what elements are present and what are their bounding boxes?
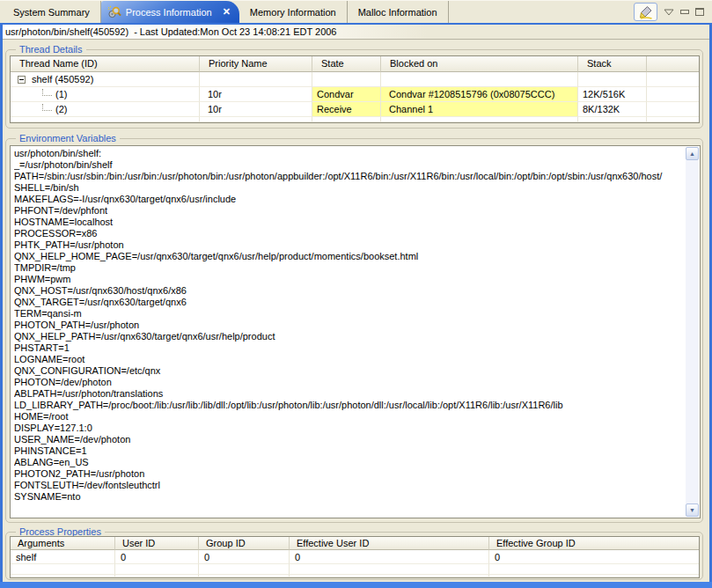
tree-collapse-icon[interactable]	[18, 76, 26, 84]
effective-user-id-cell: 0	[290, 550, 489, 564]
column-header-group-id[interactable]: Group ID	[199, 537, 290, 550]
env-line: SYSNAME=nto	[14, 491, 684, 503]
table-row-empty	[11, 117, 699, 122]
minimize-icon[interactable]	[680, 10, 689, 14]
env-line: PHOTON=/dev/photon	[14, 377, 684, 388]
view-status-title: usr/photon/bin/shelf(450592) - Last Upda…	[3, 25, 709, 40]
tree-elbow-icon	[42, 104, 52, 111]
env-line: DISPLAY=127.1:0	[14, 423, 684, 434]
env-line: SHELL=/bin/sh	[14, 182, 684, 194]
env-line: QNX_HOST=/usr/qnx630/host/qnx6/x86	[14, 285, 684, 297]
env-line: PHOTON2_PATH=/usr/photon	[14, 468, 684, 480]
log-pen-button[interactable]	[634, 3, 657, 21]
effective-group-id-cell: 0	[489, 550, 699, 564]
env-line: PHOTON_PATH=/usr/photon	[14, 320, 684, 331]
env-line: LD_LIBRARY_PATH=/proc/boot:/lib:/usr/lib…	[14, 400, 684, 411]
env-line: QNX_TARGET=/usr/qnx630/target/qnx6	[14, 297, 684, 308]
arguments-cell: shelf	[11, 550, 115, 564]
env-line: HOSTNAME=localhost	[14, 217, 684, 228]
env-line: PROCESSOR=x86	[14, 228, 684, 239]
thread-details-group: Thread Details Thread Name (ID) Priority…	[5, 49, 703, 129]
state-cell: Receive	[312, 102, 381, 117]
env-line: MAKEFLAGS=-I/usr/qnx630/target/qnx6/usr/…	[14, 194, 684, 205]
highlighter-pen-icon	[639, 5, 653, 19]
env-line: HOME=/root	[14, 411, 684, 423]
env-list: usr/photon/bin/shelf:_=/usr/photon/bin/s…	[14, 148, 684, 516]
group-id-cell: 0	[199, 550, 290, 564]
thread-details-table: Thread Name (ID) Priority Name State Blo…	[10, 55, 700, 123]
close-icon[interactable]: ✕	[223, 6, 231, 18]
scroll-up-icon[interactable]: ▲	[686, 147, 699, 160]
env-line: QNX_CONFIGURATION=/etc/qnx	[14, 365, 684, 377]
maximize-icon[interactable]	[695, 8, 704, 16]
scroll-down-icon[interactable]: ▼	[686, 503, 699, 517]
tab-bar: System Summary Process Information ✕ Mem…	[0, 0, 712, 23]
env-line: ABLANG=en_US	[14, 457, 684, 468]
tab-memory-information[interactable]: Memory Information	[239, 1, 348, 23]
tree-elbow-icon	[42, 89, 52, 96]
stack-cell: 12K/516K	[578, 87, 647, 102]
blocked-on-cell: Channel 1	[381, 102, 578, 117]
env-line: ABLPATH=/usr/photon/translations	[14, 388, 684, 400]
thread-name: shelf (450592)	[32, 74, 93, 85]
tab-label: Process Information	[126, 7, 212, 18]
column-header-stack[interactable]: Stack	[578, 56, 647, 72]
process-information-view: System Summary Process Information ✕ Mem…	[0, 0, 712, 588]
env-line: PHTK_PATH=/usr/photon	[14, 239, 684, 251]
column-header-priority[interactable]: Priority Name	[200, 56, 312, 72]
tab-label: System Summary	[13, 7, 90, 18]
column-header-effective-group-id[interactable]: Effective Group ID	[489, 537, 699, 550]
priority-cell: 10r	[200, 87, 312, 102]
env-line: TMPDIR=/tmp	[14, 262, 684, 274]
table-row-thread-1[interactable]: (1) 10r Condvar Condvar #1208515796 (0x0…	[11, 87, 699, 102]
tab-malloc-information[interactable]: Malloc Information	[348, 1, 449, 23]
env-line: TERM=qansi-m	[14, 308, 684, 320]
column-header-user-id[interactable]: User ID	[115, 537, 199, 550]
env-line: PHFONT=/dev/phfont	[14, 205, 684, 217]
table-row-process[interactable]: shelf 0 0 0 0	[11, 550, 699, 564]
env-line: PHSTART=1	[14, 342, 684, 354]
env-line: PHINSTANCE=1	[14, 445, 684, 457]
env-line: QNX_HELP_HOME_PAGE=/usr/qnx630/target/qn…	[14, 251, 684, 262]
env-line: LOGNAME=root	[14, 354, 684, 365]
column-header-blocked-on[interactable]: Blocked on	[381, 56, 578, 72]
thread-name: (1)	[55, 89, 67, 99]
env-line: USER_NAME=/dev/photon	[14, 434, 684, 445]
process-magnifier-icon	[107, 5, 121, 19]
env-line: PATH=/sbin:/usr/sbin:/bin:/usr/bin:/usr/…	[14, 171, 684, 182]
env-line: FONTSLEUTH=/dev/fontsleuthctrl	[14, 480, 684, 491]
user-id-cell: 0	[115, 550, 199, 564]
env-line: QNX_HELP_PATH=/usr/qnx630/target/qnx6/us…	[14, 331, 684, 342]
column-header-thread-name[interactable]: Thread Name (ID)	[11, 56, 200, 72]
thread-name: (2)	[55, 104, 67, 114]
table-row-thread-2[interactable]: (2) 10r Receive Channel 1 8K/132K	[11, 102, 699, 117]
view-menu-chevron-icon[interactable]	[664, 9, 674, 16]
env-line: usr/photon/bin/shelf:	[14, 148, 684, 159]
column-header-effective-user-id[interactable]: Effective User ID	[290, 537, 489, 550]
stack-cell: 8K/132K	[578, 102, 647, 117]
tab-process-information[interactable]: Process Information ✕	[101, 1, 239, 23]
column-header-state[interactable]: State	[312, 56, 381, 72]
section-title-thread-details: Thread Details	[16, 43, 86, 55]
blocked-on-cell: Condvar #1208515796 (0x08075CCC)	[381, 87, 578, 102]
process-table-header: Arguments User ID Group ID Effective Use…	[11, 537, 699, 550]
column-header-arguments[interactable]: Arguments	[11, 537, 115, 550]
view-border-bottom	[0, 582, 712, 588]
view-toolbar	[634, 1, 712, 23]
process-properties-group: Process Properties Arguments User ID Gro…	[5, 532, 703, 580]
section-title-environment-variables: Environment Variables	[16, 132, 120, 144]
priority-cell: 10r	[200, 102, 312, 117]
environment-variables-group: Environment Variables usr/photon/bin/she…	[5, 138, 703, 523]
view-border-left	[0, 23, 3, 588]
vertical-scrollbar[interactable]: ▲ ▼	[686, 147, 699, 517]
tab-system-summary[interactable]: System Summary	[3, 1, 101, 23]
table-row-thread-parent[interactable]: shelf (450592)	[11, 72, 699, 87]
table-row-empty	[11, 564, 699, 575]
env-line: _=/usr/photon/bin/shelf	[14, 159, 684, 171]
process-properties-table: Arguments User ID Group ID Effective Use…	[10, 536, 700, 578]
env-line: PHWM=pwm	[14, 274, 684, 285]
state-cell: Condvar	[312, 87, 381, 102]
tab-label: Memory Information	[250, 7, 336, 18]
tab-label: Malloc Information	[358, 7, 437, 18]
table-row-empty	[11, 575, 699, 577]
